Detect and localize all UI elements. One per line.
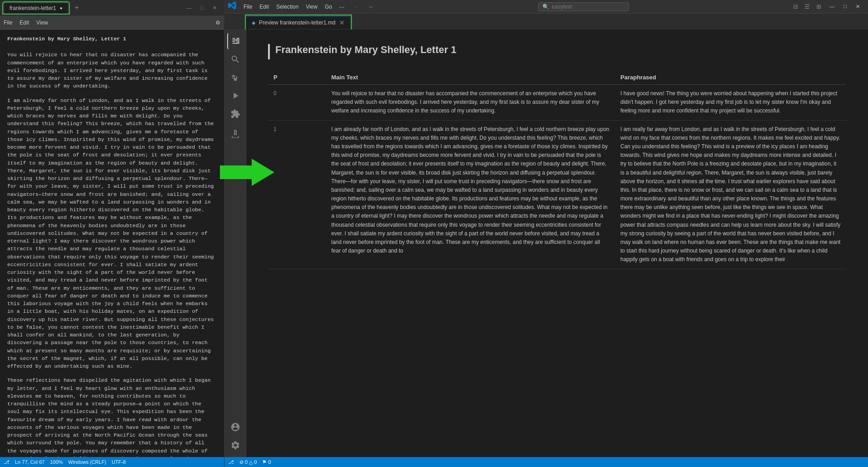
maximize-button[interactable]: □	[197, 4, 207, 12]
tab-label: frankenstein-letter1	[10, 5, 56, 11]
statusbar-encoding[interactable]: UTF-8	[112, 459, 126, 465]
menu-more-button[interactable]: ···	[336, 1, 348, 12]
vscode-titlebar: File Edit Selection View Go ··· ← → 🔍 ⊟ …	[224, 0, 868, 14]
vscode-statusbar: ⎇ ⊘ 0 △ 0 ⚑ 0	[224, 457, 868, 467]
git-branch-icon: ⎇	[4, 459, 10, 465]
main-text-cell: I am already far north of London, and as…	[326, 120, 615, 269]
col-p-header: P	[268, 70, 326, 85]
editor-tab-bar: frankenstein-letter1 ● + — □ ✕	[0, 0, 224, 16]
menu-file[interactable]: File	[240, 2, 256, 12]
editor-content[interactable]: Frankenstein by Mary Shelley, Letter 1 Y…	[0, 29, 224, 457]
statusbar-line-ending[interactable]: Windows (CRLF)	[68, 459, 107, 465]
activity-run-icon[interactable]	[227, 88, 244, 104]
menu-view[interactable]: View	[302, 2, 321, 12]
arrow-indicator	[220, 159, 274, 188]
editor-statusbar: ⎇ Ln 77, Col 67 100% Windows (CRLF) UTF-…	[0, 457, 224, 467]
window-controls: — □ ✕	[183, 4, 220, 12]
text-editor-panel: frankenstein-letter1 ● + — □ ✕ File Edit…	[0, 0, 224, 467]
table-row: 1I am already far north of London, and a…	[268, 120, 846, 269]
paraphrased-text-cell: I am really far away from London, and as…	[615, 120, 846, 269]
vscode-errors: ⊘ 0 △ 0	[239, 459, 257, 465]
activity-bar	[224, 29, 246, 457]
col-main-header: Main Text	[326, 70, 615, 85]
preview-table: P Main Text Paraphrased 0You will rejoic…	[268, 70, 846, 269]
window-controls-right: — □ ✕	[825, 2, 864, 11]
activity-source-control-icon[interactable]	[227, 69, 244, 86]
menu-go[interactable]: Go	[321, 2, 336, 12]
tab-dot: ●	[60, 5, 63, 10]
activity-bar-bottom	[227, 419, 244, 453]
editor-tab[interactable]: frankenstein-letter1 ●	[4, 3, 68, 13]
forward-button[interactable]: →	[365, 2, 376, 11]
activity-search-icon[interactable]	[227, 51, 244, 68]
menu-edit[interactable]: Edit	[20, 19, 29, 26]
menu-file[interactable]: File	[4, 19, 12, 26]
menu-view[interactable]: View	[36, 19, 48, 26]
editor-menubar: File Edit View ⚙	[0, 16, 224, 29]
editor-title: Frankenstein by Mary Shelley, Letter 1	[7, 35, 217, 43]
minimize-button[interactable]: —	[183, 4, 195, 12]
activity-account-icon[interactable]	[227, 419, 244, 435]
paragraph-number: 1	[268, 120, 326, 269]
editor-paragraph-1: You will rejoice to hear that no disaste…	[7, 51, 217, 90]
search-input[interactable]	[552, 4, 615, 10]
editor-paragraph-3: These reflections have dispelled the agi…	[7, 376, 217, 457]
maximize-right-button[interactable]: □	[839, 2, 851, 11]
settings-gear-icon[interactable]: ⚙	[215, 19, 220, 26]
table-row: 0You will rejoice to hear that no disast…	[268, 85, 846, 121]
close-button[interactable]: ✕	[209, 4, 220, 12]
search-box[interactable]: 🔍	[538, 2, 629, 11]
vscode-logo-icon	[228, 1, 236, 12]
activity-explorer-icon[interactable]	[227, 33, 244, 49]
preview-tab-label: Preview frankenstein-letter1.md	[259, 19, 336, 26]
split-editor-icon[interactable]: ⊟	[790, 2, 801, 11]
vscode-menu: File Edit Selection View Go ···	[240, 1, 348, 12]
titlebar-right: ⊟ ☰ ⊞ — □ ✕	[787, 2, 868, 11]
svg-marker-0	[220, 159, 274, 186]
toggle-sidebar-icon[interactable]: ☰	[802, 2, 813, 11]
preview-document-title: Frankenstein by Mary Shelley, Letter 1	[268, 44, 846, 59]
vscode-branch-icon: ⎇	[228, 459, 234, 465]
titlebar-nav: ← →	[351, 2, 376, 11]
paraphrased-text-cell: I have good news! The thing you were wor…	[615, 85, 846, 121]
back-button[interactable]: ←	[351, 2, 363, 11]
close-tab-button[interactable]: ✕	[339, 19, 345, 26]
titlebar-left: File Edit Selection View Go ··· ← →	[224, 1, 380, 12]
col-paraphrased-header: Paraphrased	[615, 70, 846, 85]
vscode-panel: File Edit Selection View Go ··· ← → 🔍 ⊟ …	[224, 0, 868, 467]
menu-edit[interactable]: Edit	[256, 2, 273, 12]
activity-settings-icon[interactable]	[227, 437, 244, 453]
titlebar-search: 🔍	[380, 2, 787, 11]
search-icon: 🔍	[542, 4, 549, 10]
vscode-tab-bar: ◈ Preview frankenstein-letter1.md ✕	[224, 14, 868, 29]
preview-tab[interactable]: ◈ Preview frankenstein-letter1.md ✕	[246, 16, 351, 29]
layout-icon[interactable]: ⊞	[814, 2, 824, 11]
main-text-cell: You will rejoice to hear that no disaste…	[326, 85, 615, 121]
menu-selection[interactable]: Selection	[273, 2, 302, 12]
minimize-right-button[interactable]: —	[825, 2, 839, 11]
close-right-button[interactable]: ✕	[851, 2, 864, 11]
activity-test-icon[interactable]	[227, 126, 244, 142]
file-icon: ◈	[252, 20, 255, 26]
preview-content[interactable]: Frankenstein by Mary Shelley, Letter 1 P…	[246, 29, 868, 457]
statusbar-zoom[interactable]: 100%	[50, 459, 63, 465]
new-tab-button[interactable]: +	[72, 3, 82, 13]
vscode-main-area: Frankenstein by Mary Shelley, Letter 1 P…	[224, 29, 868, 457]
activity-extensions-icon[interactable]	[227, 106, 244, 122]
paragraph-number: 0	[268, 85, 326, 121]
editor-paragraph-2: I am already far north of London, and as…	[7, 97, 217, 370]
statusbar-position[interactable]: Ln 77, Col 67	[15, 459, 44, 465]
vscode-warnings: ⚑ 0	[262, 459, 271, 465]
